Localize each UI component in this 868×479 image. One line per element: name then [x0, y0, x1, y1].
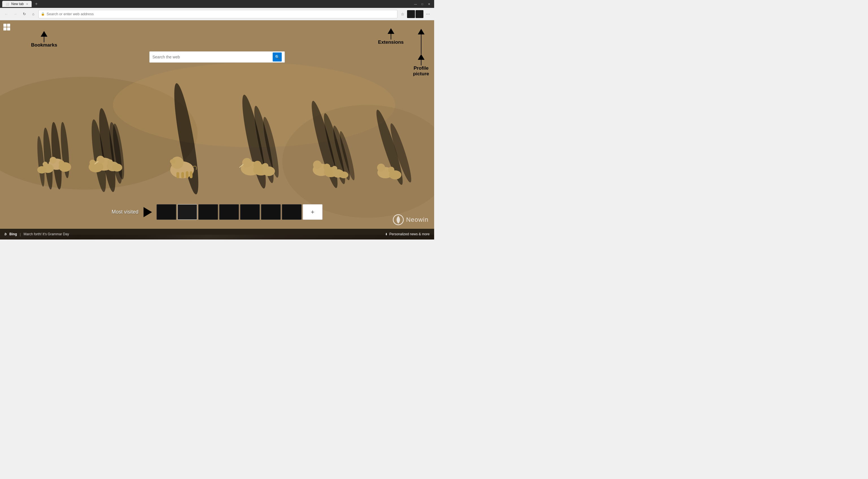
mv-tile-1[interactable]	[157, 204, 177, 220]
profile-button[interactable]	[415, 10, 424, 18]
neowin-text: Neowin	[406, 216, 429, 223]
forward-button[interactable]: →	[11, 10, 19, 18]
add-tile-button[interactable]: +	[303, 204, 323, 220]
svg-rect-32	[177, 172, 179, 178]
address-input[interactable]	[46, 12, 395, 16]
neowin-watermark: Neowin	[393, 214, 429, 225]
mv-tile-6[interactable]	[261, 204, 281, 220]
bing-text: March forth! It's Grammar Day	[24, 232, 69, 236]
svg-point-25	[90, 160, 96, 166]
extensions-line	[391, 34, 391, 39]
tab-favicon: ⬜	[6, 3, 9, 6]
svg-point-56	[332, 166, 337, 171]
back-button[interactable]: ←	[2, 10, 10, 18]
extensions-button[interactable]	[407, 10, 415, 18]
mv-tile-7[interactable]	[282, 204, 302, 220]
add-icon: +	[311, 209, 314, 216]
new-tab-page: Bookmarks Extensions Profilepicture 🔍	[0, 20, 434, 240]
profile-line	[421, 34, 422, 54]
profile-arrow-bottom	[418, 54, 425, 60]
windows-start-button[interactable]	[3, 24, 10, 30]
maximize-button[interactable]: □	[420, 2, 425, 6]
new-tab-button[interactable]: +	[33, 1, 39, 6]
svg-point-44	[262, 163, 269, 169]
down-arrow-icon: ⬇	[385, 232, 388, 236]
svg-point-42	[242, 158, 252, 167]
svg-point-54	[313, 161, 321, 169]
search-icon: 🔍	[275, 55, 280, 59]
active-tab[interactable]: ⬜ New tab ✕	[2, 1, 32, 7]
svg-point-24	[97, 156, 104, 164]
bing-info: b Bing | March forth! It's Grammar Day	[4, 232, 69, 236]
mv-tile-5[interactable]	[240, 204, 260, 220]
settings-button[interactable]: ⋯	[424, 10, 432, 18]
most-visited-section: Most visited +	[112, 204, 322, 220]
personalized-news-button[interactable]: ⬇ Personalized news & more	[385, 232, 430, 236]
reload-button[interactable]: ↻	[20, 10, 28, 18]
bookmarks-label: Bookmarks	[31, 42, 57, 48]
profile-line2	[421, 60, 422, 65]
svg-point-43	[253, 161, 261, 169]
svg-point-15	[42, 162, 48, 167]
lock-icon: 🔒	[41, 12, 45, 16]
svg-rect-33	[181, 172, 184, 178]
search-input[interactable]	[152, 55, 271, 59]
bing-label: Bing	[9, 232, 17, 236]
toolbar-actions: ☆ ⋯	[399, 10, 432, 18]
most-visited-arrow	[143, 207, 152, 217]
close-button[interactable]: ✕	[426, 2, 432, 6]
bing-logo: b	[4, 232, 6, 236]
svg-point-53	[339, 171, 348, 178]
mv-tile-3[interactable]	[198, 204, 218, 220]
bookmarks-line	[44, 37, 44, 42]
bookmarks-annotation: Bookmarks	[31, 31, 57, 48]
mv-tile-2[interactable]	[178, 204, 197, 220]
most-visited-label: Most visited	[112, 209, 138, 215]
search-button[interactable]: 🔍	[273, 53, 282, 62]
svg-point-55	[323, 164, 330, 170]
svg-point-26	[107, 159, 113, 165]
personalized-btn-label: Personalized news & more	[389, 232, 430, 236]
neowin-logo	[393, 214, 404, 225]
extensions-label: Extensions	[378, 39, 404, 45]
profile-arrow-top	[418, 29, 425, 34]
bing-separator: |	[20, 232, 21, 236]
address-bar-container[interactable]: 🔒	[38, 10, 398, 18]
extensions-arrow	[388, 28, 394, 34]
extensions-annotation: Extensions	[378, 28, 404, 45]
mv-tile-4[interactable]	[219, 204, 239, 220]
svg-point-61	[377, 164, 385, 171]
toolbar: ← → ↻ ⌂ 🔒 ☆ ⋯	[0, 8, 434, 20]
svg-point-23	[112, 164, 122, 171]
arrow-right-icon	[144, 207, 152, 217]
minimize-button[interactable]: —	[413, 2, 418, 6]
profile-label: Profilepicture	[413, 65, 429, 77]
bookmarks-arrow	[41, 31, 48, 37]
home-button[interactable]: ⌂	[29, 10, 37, 18]
tab-strip: ⬜ New tab ✕ +	[2, 1, 39, 7]
profile-annotation: Profilepicture	[413, 29, 429, 77]
title-bar: ⬜ New tab ✕ + — □ ✕	[0, 0, 434, 8]
browser-window: ⬜ New tab ✕ + — □ ✕ ← → ↻ ⌂ 🔒 ☆ ⋯	[0, 0, 434, 240]
svg-rect-34	[186, 171, 189, 178]
window-controls: — □ ✕	[413, 2, 432, 6]
bottom-bar: b Bing | March forth! It's Grammar Day ⬇…	[0, 229, 434, 240]
star-button[interactable]: ☆	[399, 10, 406, 18]
tab-title: New tab	[11, 2, 24, 6]
svg-point-12	[37, 166, 46, 173]
svg-rect-35	[190, 171, 192, 178]
search-box[interactable]: 🔍	[149, 51, 285, 63]
svg-point-62	[388, 167, 394, 173]
tab-close-button[interactable]: ✕	[26, 3, 28, 6]
svg-point-13	[50, 157, 57, 164]
svg-point-14	[59, 160, 64, 166]
svg-point-31	[170, 159, 176, 164]
search-container: 🔍	[149, 51, 285, 63]
most-visited-tiles: +	[157, 204, 323, 220]
